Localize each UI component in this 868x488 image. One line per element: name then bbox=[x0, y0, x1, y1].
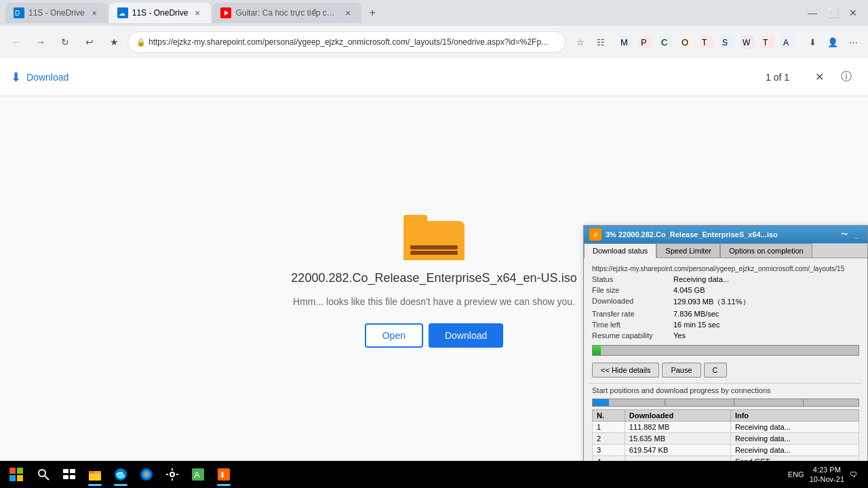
reload-button[interactable]: ↻ bbox=[54, 31, 76, 53]
forward-button[interactable]: → bbox=[30, 31, 52, 53]
new-tab-button[interactable]: + bbox=[363, 3, 382, 22]
taskbar-app1[interactable]: A bbox=[186, 462, 210, 487]
tab-onedrive-web[interactable]: ☁ 11S - OneDrive ✕ bbox=[109, 3, 212, 23]
taskbar-clock[interactable]: 4:23 PM 10-Nov-21 bbox=[810, 465, 844, 485]
edge-icon bbox=[113, 466, 129, 483]
idm-minimize-button[interactable]: _ bbox=[851, 230, 862, 239]
idm-cell-downloaded: 619.547 KB bbox=[625, 445, 730, 456]
taskbar-firefox[interactable] bbox=[134, 462, 159, 487]
idm-cell-info: Receiving data... bbox=[730, 445, 859, 456]
table-row: 215.635 MBReceiving data... bbox=[593, 433, 859, 445]
idm-tab-status[interactable]: Download status bbox=[584, 243, 656, 258]
taskbar-idm[interactable]: ⬇ bbox=[212, 462, 236, 487]
svg-rect-25 bbox=[17, 468, 23, 474]
idm-status-row: Status Receiving data... bbox=[589, 274, 862, 285]
minimize-button[interactable]: — bbox=[803, 3, 822, 22]
idm-col-n: N. bbox=[593, 410, 625, 422]
taskbar-edge[interactable] bbox=[108, 462, 133, 487]
ext-icon-3[interactable]: C bbox=[656, 33, 675, 52]
idm-col-downloaded: Downloaded bbox=[625, 410, 730, 422]
close-button[interactable]: ✕ bbox=[844, 3, 863, 22]
idm-icon: ⬇ bbox=[216, 466, 232, 483]
download-file-button[interactable]: Download bbox=[429, 323, 503, 348]
svg-text:A: A bbox=[783, 38, 789, 47]
idm-title-bar: ⚡ 3% 22000.282.Co_Release_EnterpriseS_x6… bbox=[584, 226, 867, 243]
tab-bar: D 11S - OneDrive ✕ ☁ 11S - OneDrive ✕ Gu… bbox=[0, 0, 868, 26]
page-indicator: 1 of 1 bbox=[766, 72, 789, 83]
tab-youtube[interactable]: Guitar: Ca hoc trực tiếp của lớp đ... ✕ bbox=[212, 3, 361, 23]
browser-actions: ⬇ 👤 ⋯ bbox=[803, 33, 863, 52]
ext-icon-2[interactable]: P bbox=[636, 33, 655, 52]
firefox-icon bbox=[138, 466, 155, 483]
close-preview-icon[interactable]: ✕ bbox=[808, 66, 830, 88]
idm-body: https://ejzkz-my.sharepoint.com/personal… bbox=[584, 258, 867, 488]
idm-tab-options[interactable]: Options on completion bbox=[720, 243, 812, 258]
ext-icon-8[interactable]: T bbox=[758, 33, 777, 52]
tab-close-app[interactable]: ✕ bbox=[89, 7, 100, 18]
tab-close-youtube[interactable]: ✕ bbox=[342, 7, 353, 18]
svg-rect-35 bbox=[89, 471, 94, 474]
idm-hide-details-button[interactable]: << Hide details bbox=[592, 363, 659, 378]
idm-filesize-label: File size bbox=[592, 286, 673, 294]
tab-onedrive-app[interactable]: D 11S - OneDrive ✕ bbox=[5, 3, 108, 23]
taskbar-settings[interactable] bbox=[160, 462, 184, 487]
idm-cell-info: Receiving data... bbox=[730, 433, 859, 445]
svg-point-41 bbox=[144, 472, 149, 476]
idm-cell-n: 3 bbox=[593, 445, 625, 456]
svg-line-29 bbox=[45, 476, 49, 480]
idm-transfer-value: 7.836 MB/sec bbox=[673, 310, 719, 318]
idm-timeleft-value: 16 min 15 sec bbox=[673, 321, 719, 329]
undo-button[interactable]: ↩ bbox=[79, 31, 100, 53]
download-icon[interactable]: ⬇ bbox=[803, 33, 822, 52]
svg-rect-30 bbox=[63, 469, 68, 473]
idm-complete-button[interactable]: C bbox=[704, 363, 727, 378]
idm-cell-n: 2 bbox=[593, 433, 625, 445]
bookmark-button[interactable]: ★ bbox=[103, 31, 125, 53]
idm-col-info: Info bbox=[730, 410, 859, 422]
svg-text:P: P bbox=[641, 37, 647, 47]
svg-rect-33 bbox=[70, 475, 75, 479]
tab-bar-actions: — ⬜ ✕ bbox=[803, 3, 863, 22]
ext-icon-4[interactable]: O bbox=[677, 33, 696, 52]
back-button[interactable]: ← bbox=[5, 31, 27, 53]
idm-speed-icon: 〜 bbox=[839, 230, 850, 239]
menu-icon[interactable]: ⋯ bbox=[844, 33, 863, 52]
ext-icon-5[interactable]: T bbox=[697, 33, 716, 52]
notification-icon[interactable]: 🗨 bbox=[847, 470, 860, 479]
idm-url: https://ejzkz-my.sharepoint.com/personal… bbox=[589, 264, 862, 274]
clock-date: 10-Nov-21 bbox=[810, 474, 844, 484]
start-button[interactable] bbox=[3, 461, 30, 488]
file-explorer-icon bbox=[87, 466, 103, 483]
idm-downloaded-row: Downloaded 129.093 MB（3.11%） bbox=[589, 296, 862, 308]
tab-close-web[interactable]: ✕ bbox=[192, 7, 203, 18]
idm-pause-button[interactable]: Pause bbox=[662, 363, 701, 378]
idm-timeleft-label: Time left bbox=[592, 321, 673, 329]
tab-title-youtube: Guitar: Ca hoc trực tiếp của lớp đ... bbox=[235, 8, 338, 18]
ext-icon-7[interactable]: W bbox=[738, 33, 757, 52]
profile-icon[interactable]: 👤 bbox=[823, 33, 842, 52]
idm-filesize-value: 4.045 GB bbox=[673, 286, 705, 294]
taskbar-search[interactable] bbox=[31, 462, 56, 487]
ext-icon-6[interactable]: S bbox=[717, 33, 736, 52]
ext-icon-9[interactable]: A bbox=[778, 33, 797, 52]
taskbar-taskview[interactable] bbox=[57, 462, 81, 487]
info-icon[interactable]: ⓘ bbox=[835, 66, 857, 88]
top-actions: ✕ ⓘ bbox=[808, 66, 857, 88]
download-label: Download bbox=[26, 72, 68, 83]
address-input[interactable]: 🔒 https://ejzkz-my.sharepoint.com/person… bbox=[127, 31, 566, 53]
collections-icon[interactable]: ☷ bbox=[591, 33, 610, 52]
download-button[interactable]: ⬇ Download bbox=[11, 70, 68, 85]
idm-connection-bar bbox=[592, 399, 859, 407]
svg-point-42 bbox=[170, 472, 174, 476]
open-button[interactable]: Open bbox=[365, 323, 423, 348]
idm-tab-speed[interactable]: Speed Limiter bbox=[656, 243, 720, 258]
taskbar-files[interactable] bbox=[83, 462, 107, 487]
language-indicator[interactable]: ENG bbox=[785, 470, 807, 479]
bookmark-star-icon[interactable]: ☆ bbox=[571, 33, 590, 52]
restore-button[interactable]: ⬜ bbox=[823, 3, 842, 22]
ext-icon-1[interactable]: M bbox=[616, 33, 635, 52]
svg-text:M: M bbox=[620, 37, 628, 47]
idm-action-buttons: << Hide details Pause C bbox=[589, 360, 862, 380]
idm-progress-fill bbox=[593, 346, 601, 355]
tab-favicon-youtube bbox=[220, 7, 231, 18]
